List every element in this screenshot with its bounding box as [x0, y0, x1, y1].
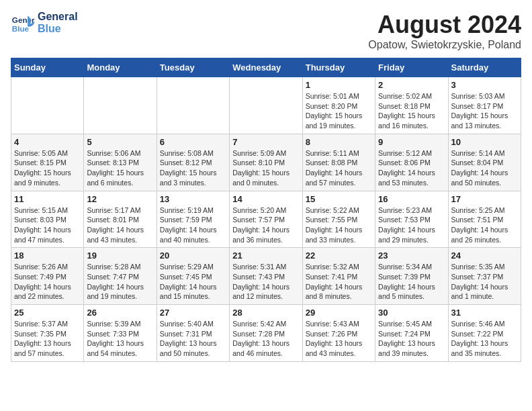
day-number: 3 [451, 80, 518, 90]
day-info: Sunrise: 5:34 AM Sunset: 7:39 PM Dayligh… [378, 262, 445, 302]
day-info: Sunrise: 5:42 AM Sunset: 7:28 PM Dayligh… [232, 319, 299, 359]
calendar-cell: 16Sunrise: 5:23 AM Sunset: 7:53 PM Dayli… [375, 191, 448, 248]
calendar-cell: 1Sunrise: 5:01 AM Sunset: 8:20 PM Daylig… [302, 77, 375, 134]
calendar-cell: 20Sunrise: 5:29 AM Sunset: 7:45 PM Dayli… [157, 248, 229, 305]
calendar-header-row: SundayMondayTuesdayWednesdayThursdayFrid… [11, 58, 521, 77]
day-info: Sunrise: 5:02 AM Sunset: 8:18 PM Dayligh… [378, 91, 445, 131]
day-number: 8 [306, 137, 372, 147]
header-day-saturday: Saturday [448, 58, 521, 77]
day-info: Sunrise: 5:31 AM Sunset: 7:43 PM Dayligh… [232, 262, 299, 302]
calendar-cell: 11Sunrise: 5:15 AM Sunset: 8:03 PM Dayli… [11, 191, 84, 248]
day-number: 31 [451, 308, 518, 318]
day-number: 21 [232, 250, 299, 261]
calendar-cell: 2Sunrise: 5:02 AM Sunset: 8:18 PM Daylig… [375, 77, 448, 134]
month-year: August 2024 [368, 11, 521, 39]
day-number: 24 [451, 250, 518, 261]
calendar-week-2: 4Sunrise: 5:05 AM Sunset: 8:15 PM Daylig… [11, 134, 521, 191]
day-number: 22 [306, 250, 372, 261]
day-info: Sunrise: 5:26 AM Sunset: 7:49 PM Dayligh… [14, 262, 81, 302]
day-number: 14 [232, 194, 299, 204]
calendar-cell: 8Sunrise: 5:11 AM Sunset: 8:08 PM Daylig… [302, 134, 375, 191]
day-number: 29 [306, 308, 372, 318]
day-info: Sunrise: 5:09 AM Sunset: 8:10 PM Dayligh… [232, 148, 299, 188]
day-info: Sunrise: 5:32 AM Sunset: 7:41 PM Dayligh… [306, 262, 372, 302]
calendar-cell: 25Sunrise: 5:37 AM Sunset: 7:35 PM Dayli… [11, 305, 84, 362]
day-info: Sunrise: 5:43 AM Sunset: 7:26 PM Dayligh… [306, 319, 372, 359]
calendar-cell: 17Sunrise: 5:25 AM Sunset: 7:51 PM Dayli… [448, 191, 521, 248]
day-number: 15 [306, 194, 372, 204]
day-number: 11 [14, 194, 81, 204]
day-number: 10 [451, 137, 518, 147]
logo: General Blue General Blue [11, 11, 78, 35]
day-number: 4 [14, 137, 81, 147]
day-info: Sunrise: 5:37 AM Sunset: 7:35 PM Dayligh… [14, 319, 81, 359]
day-info: Sunrise: 5:25 AM Sunset: 7:51 PM Dayligh… [451, 205, 518, 245]
day-info: Sunrise: 5:14 AM Sunset: 8:04 PM Dayligh… [451, 148, 518, 188]
day-number: 23 [378, 250, 445, 261]
day-number: 26 [87, 308, 153, 318]
calendar-cell: 12Sunrise: 5:17 AM Sunset: 8:01 PM Dayli… [84, 191, 157, 248]
day-number: 28 [232, 308, 299, 318]
day-info: Sunrise: 5:35 AM Sunset: 7:37 PM Dayligh… [451, 262, 518, 302]
calendar-cell [230, 77, 302, 134]
day-info: Sunrise: 5:05 AM Sunset: 8:15 PM Dayligh… [14, 148, 81, 188]
calendar-week-1: 1Sunrise: 5:01 AM Sunset: 8:20 PM Daylig… [11, 77, 521, 134]
day-number: 20 [160, 250, 226, 261]
day-info: Sunrise: 5:19 AM Sunset: 7:59 PM Dayligh… [160, 205, 226, 245]
calendar-cell: 23Sunrise: 5:34 AM Sunset: 7:39 PM Dayli… [375, 248, 448, 305]
day-number: 27 [160, 308, 226, 318]
day-info: Sunrise: 5:23 AM Sunset: 7:53 PM Dayligh… [378, 205, 445, 245]
day-info: Sunrise: 5:01 AM Sunset: 8:20 PM Dayligh… [306, 91, 372, 131]
calendar-cell: 31Sunrise: 5:46 AM Sunset: 7:22 PM Dayli… [448, 305, 521, 362]
calendar-cell: 4Sunrise: 5:05 AM Sunset: 8:15 PM Daylig… [11, 134, 84, 191]
svg-text:Blue: Blue [12, 24, 30, 33]
calendar-cell [11, 77, 84, 134]
calendar-cell: 5Sunrise: 5:06 AM Sunset: 8:13 PM Daylig… [84, 134, 157, 191]
day-info: Sunrise: 5:15 AM Sunset: 8:03 PM Dayligh… [14, 205, 81, 245]
day-info: Sunrise: 5:20 AM Sunset: 7:57 PM Dayligh… [232, 205, 299, 245]
day-number: 25 [14, 308, 81, 318]
day-info: Sunrise: 5:45 AM Sunset: 7:24 PM Dayligh… [378, 319, 445, 359]
day-info: Sunrise: 5:40 AM Sunset: 7:31 PM Dayligh… [160, 319, 226, 359]
calendar-cell: 22Sunrise: 5:32 AM Sunset: 7:41 PM Dayli… [302, 248, 375, 305]
calendar-cell: 29Sunrise: 5:43 AM Sunset: 7:26 PM Dayli… [302, 305, 375, 362]
calendar-cell: 15Sunrise: 5:22 AM Sunset: 7:55 PM Dayli… [302, 191, 375, 248]
day-info: Sunrise: 5:46 AM Sunset: 7:22 PM Dayligh… [451, 319, 518, 359]
day-number: 5 [87, 137, 153, 147]
calendar-cell: 6Sunrise: 5:08 AM Sunset: 8:12 PM Daylig… [157, 134, 229, 191]
calendar-cell: 26Sunrise: 5:39 AM Sunset: 7:33 PM Dayli… [84, 305, 157, 362]
calendar-cell: 3Sunrise: 5:03 AM Sunset: 8:17 PM Daylig… [448, 77, 521, 134]
calendar-title: August 2024 Opatow, Swietokrzyskie, Pola… [368, 11, 521, 51]
header-day-sunday: Sunday [11, 58, 84, 77]
header-day-tuesday: Tuesday [157, 58, 229, 77]
calendar-cell [84, 77, 157, 134]
calendar-cell: 19Sunrise: 5:28 AM Sunset: 7:47 PM Dayli… [84, 248, 157, 305]
day-number: 9 [378, 137, 445, 147]
day-info: Sunrise: 5:08 AM Sunset: 8:12 PM Dayligh… [160, 148, 226, 188]
day-info: Sunrise: 5:03 AM Sunset: 8:17 PM Dayligh… [451, 91, 518, 131]
day-number: 1 [306, 80, 372, 90]
header-day-thursday: Thursday [302, 58, 375, 77]
day-number: 6 [160, 137, 226, 147]
calendar-week-4: 18Sunrise: 5:26 AM Sunset: 7:49 PM Dayli… [11, 248, 521, 305]
calendar-cell: 27Sunrise: 5:40 AM Sunset: 7:31 PM Dayli… [157, 305, 229, 362]
day-info: Sunrise: 5:06 AM Sunset: 8:13 PM Dayligh… [87, 148, 153, 188]
day-info: Sunrise: 5:39 AM Sunset: 7:33 PM Dayligh… [87, 319, 153, 359]
calendar-week-3: 11Sunrise: 5:15 AM Sunset: 8:03 PM Dayli… [11, 191, 521, 248]
calendar-cell: 10Sunrise: 5:14 AM Sunset: 8:04 PM Dayli… [448, 134, 521, 191]
calendar-cell: 18Sunrise: 5:26 AM Sunset: 7:49 PM Dayli… [11, 248, 84, 305]
day-number: 12 [87, 194, 153, 204]
day-number: 19 [87, 250, 153, 261]
day-number: 16 [378, 194, 445, 204]
day-number: 7 [232, 137, 299, 147]
day-info: Sunrise: 5:22 AM Sunset: 7:55 PM Dayligh… [306, 205, 372, 245]
calendar-table: SundayMondayTuesdayWednesdayThursdayFrid… [11, 58, 521, 362]
day-info: Sunrise: 5:29 AM Sunset: 7:45 PM Dayligh… [160, 262, 226, 302]
page-header: General Blue General Blue August 2024 Op… [11, 11, 521, 51]
logo-icon: General Blue [11, 11, 35, 35]
day-number: 17 [451, 194, 518, 204]
day-info: Sunrise: 5:11 AM Sunset: 8:08 PM Dayligh… [306, 148, 372, 188]
day-number: 13 [160, 194, 226, 204]
svg-text:General: General [12, 15, 35, 24]
day-number: 30 [378, 308, 445, 318]
